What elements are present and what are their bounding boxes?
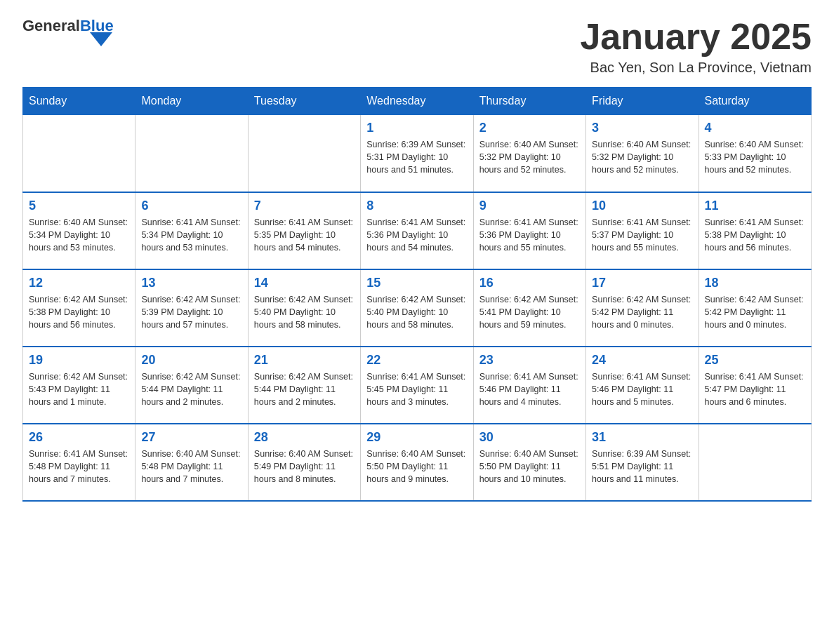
day-number: 26	[29, 430, 129, 445]
calendar-cell: 24Sunrise: 6:41 AM Sunset: 5:46 PM Dayli…	[586, 347, 699, 424]
day-info: Sunrise: 6:41 AM Sunset: 5:45 PM Dayligh…	[366, 370, 467, 408]
calendar-cell	[699, 424, 811, 501]
day-number: 31	[592, 430, 692, 445]
calendar-cell: 5Sunrise: 6:40 AM Sunset: 5:34 PM Daylig…	[23, 192, 135, 269]
calendar-cell: 10Sunrise: 6:41 AM Sunset: 5:37 PM Dayli…	[586, 192, 699, 269]
calendar-cell: 9Sunrise: 6:41 AM Sunset: 5:36 PM Daylig…	[473, 192, 585, 269]
calendar-cell: 18Sunrise: 6:42 AM Sunset: 5:42 PM Dayli…	[699, 269, 811, 347]
day-info: Sunrise: 6:42 AM Sunset: 5:44 PM Dayligh…	[254, 370, 355, 408]
calendar-cell	[135, 115, 248, 192]
logo-arrow-icon	[90, 32, 112, 46]
header-cell-sunday: Sunday	[23, 88, 135, 115]
svg-marker-0	[90, 32, 112, 46]
day-number: 21	[254, 353, 355, 368]
header-cell-monday: Monday	[135, 88, 248, 115]
calendar-cell: 1Sunrise: 6:39 AM Sunset: 5:31 PM Daylig…	[361, 115, 473, 192]
header-cell-wednesday: Wednesday	[361, 88, 473, 115]
calendar-cell: 21Sunrise: 6:42 AM Sunset: 5:44 PM Dayli…	[248, 347, 360, 424]
day-info: Sunrise: 6:42 AM Sunset: 5:44 PM Dayligh…	[141, 370, 241, 408]
day-number: 27	[141, 430, 241, 445]
calendar-cell: 11Sunrise: 6:41 AM Sunset: 5:38 PM Dayli…	[699, 192, 811, 269]
day-info: Sunrise: 6:41 AM Sunset: 5:46 PM Dayligh…	[479, 370, 580, 408]
header-cell-thursday: Thursday	[473, 88, 585, 115]
week-row-3: 12Sunrise: 6:42 AM Sunset: 5:38 PM Dayli…	[23, 269, 812, 347]
day-number: 19	[29, 353, 129, 368]
week-row-1: 1Sunrise: 6:39 AM Sunset: 5:31 PM Daylig…	[23, 115, 812, 192]
day-number: 20	[141, 353, 241, 368]
day-info: Sunrise: 6:41 AM Sunset: 5:37 PM Dayligh…	[592, 216, 692, 254]
day-info: Sunrise: 6:40 AM Sunset: 5:48 PM Dayligh…	[141, 448, 241, 485]
day-number: 7	[254, 199, 355, 213]
day-number: 3	[592, 121, 692, 135]
day-info: Sunrise: 6:40 AM Sunset: 5:50 PM Dayligh…	[366, 448, 467, 485]
day-info: Sunrise: 6:42 AM Sunset: 5:40 PM Dayligh…	[254, 293, 355, 331]
day-number: 25	[705, 353, 805, 368]
day-number: 17	[592, 276, 692, 290]
day-info: Sunrise: 6:39 AM Sunset: 5:31 PM Dayligh…	[366, 138, 467, 176]
header-cell-friday: Friday	[586, 88, 699, 115]
day-number: 14	[254, 276, 355, 290]
header-right: January 2025 Bac Yen, Son La Province, V…	[580, 17, 812, 76]
location-title: Bac Yen, Son La Province, Vietnam	[580, 60, 812, 76]
day-info: Sunrise: 6:40 AM Sunset: 5:33 PM Dayligh…	[705, 138, 805, 176]
day-number: 30	[479, 430, 580, 445]
day-info: Sunrise: 6:41 AM Sunset: 5:47 PM Dayligh…	[705, 370, 805, 408]
calendar-table: SundayMondayTuesdayWednesdayThursdayFrid…	[22, 87, 812, 502]
day-info: Sunrise: 6:41 AM Sunset: 5:38 PM Dayligh…	[705, 216, 805, 254]
day-info: Sunrise: 6:41 AM Sunset: 5:34 PM Dayligh…	[141, 216, 241, 254]
calendar-cell	[23, 115, 135, 192]
day-number: 9	[479, 199, 580, 213]
header-cell-saturday: Saturday	[699, 88, 811, 115]
week-row-2: 5Sunrise: 6:40 AM Sunset: 5:34 PM Daylig…	[23, 192, 812, 269]
day-info: Sunrise: 6:41 AM Sunset: 5:48 PM Dayligh…	[29, 448, 129, 485]
day-info: Sunrise: 6:40 AM Sunset: 5:32 PM Dayligh…	[592, 138, 692, 176]
calendar-cell: 2Sunrise: 6:40 AM Sunset: 5:32 PM Daylig…	[473, 115, 585, 192]
day-number: 22	[366, 353, 467, 368]
logo: GeneralBlue	[22, 17, 114, 46]
calendar-cell: 20Sunrise: 6:42 AM Sunset: 5:44 PM Dayli…	[135, 347, 248, 424]
calendar-cell	[248, 115, 360, 192]
calendar-cell: 31Sunrise: 6:39 AM Sunset: 5:51 PM Dayli…	[586, 424, 699, 501]
day-number: 28	[254, 430, 355, 445]
day-number: 23	[479, 353, 580, 368]
day-info: Sunrise: 6:40 AM Sunset: 5:32 PM Dayligh…	[479, 138, 580, 176]
logo-general: General	[22, 17, 80, 34]
calendar-cell: 8Sunrise: 6:41 AM Sunset: 5:36 PM Daylig…	[361, 192, 473, 269]
day-info: Sunrise: 6:42 AM Sunset: 5:42 PM Dayligh…	[592, 293, 692, 331]
calendar-cell: 15Sunrise: 6:42 AM Sunset: 5:40 PM Dayli…	[361, 269, 473, 347]
calendar-cell: 23Sunrise: 6:41 AM Sunset: 5:46 PM Dayli…	[473, 347, 585, 424]
day-number: 18	[705, 276, 805, 290]
calendar-cell: 14Sunrise: 6:42 AM Sunset: 5:40 PM Dayli…	[248, 269, 360, 347]
day-info: Sunrise: 6:42 AM Sunset: 5:42 PM Dayligh…	[705, 293, 805, 331]
calendar-cell: 30Sunrise: 6:40 AM Sunset: 5:50 PM Dayli…	[473, 424, 585, 501]
day-number: 12	[29, 276, 129, 290]
day-number: 15	[366, 276, 467, 290]
calendar-cell: 17Sunrise: 6:42 AM Sunset: 5:42 PM Dayli…	[586, 269, 699, 347]
week-row-5: 26Sunrise: 6:41 AM Sunset: 5:48 PM Dayli…	[23, 424, 812, 501]
day-info: Sunrise: 6:42 AM Sunset: 5:41 PM Dayligh…	[479, 293, 580, 331]
calendar-cell: 29Sunrise: 6:40 AM Sunset: 5:50 PM Dayli…	[361, 424, 473, 501]
day-number: 4	[705, 121, 805, 135]
page-header: GeneralBlue January 2025 Bac Yen, Son La…	[22, 17, 812, 76]
day-info: Sunrise: 6:41 AM Sunset: 5:35 PM Dayligh…	[254, 216, 355, 254]
week-row-4: 19Sunrise: 6:42 AM Sunset: 5:43 PM Dayli…	[23, 347, 812, 424]
calendar-cell: 25Sunrise: 6:41 AM Sunset: 5:47 PM Dayli…	[699, 347, 811, 424]
day-number: 16	[479, 276, 580, 290]
calendar-cell: 3Sunrise: 6:40 AM Sunset: 5:32 PM Daylig…	[586, 115, 699, 192]
calendar-cell: 22Sunrise: 6:41 AM Sunset: 5:45 PM Dayli…	[361, 347, 473, 424]
day-info: Sunrise: 6:42 AM Sunset: 5:43 PM Dayligh…	[29, 370, 129, 408]
calendar-cell: 7Sunrise: 6:41 AM Sunset: 5:35 PM Daylig…	[248, 192, 360, 269]
header-cell-tuesday: Tuesday	[248, 88, 360, 115]
calendar-cell: 27Sunrise: 6:40 AM Sunset: 5:48 PM Dayli…	[135, 424, 248, 501]
day-info: Sunrise: 6:40 AM Sunset: 5:50 PM Dayligh…	[479, 448, 580, 485]
day-info: Sunrise: 6:41 AM Sunset: 5:36 PM Dayligh…	[479, 216, 580, 254]
day-number: 1	[366, 121, 467, 135]
day-info: Sunrise: 6:41 AM Sunset: 5:36 PM Dayligh…	[366, 216, 467, 254]
day-number: 5	[29, 199, 129, 213]
calendar-cell: 26Sunrise: 6:41 AM Sunset: 5:48 PM Dayli…	[23, 424, 135, 501]
day-number: 6	[141, 199, 241, 213]
day-info: Sunrise: 6:41 AM Sunset: 5:46 PM Dayligh…	[592, 370, 692, 408]
calendar-cell: 6Sunrise: 6:41 AM Sunset: 5:34 PM Daylig…	[135, 192, 248, 269]
day-number: 11	[705, 199, 805, 213]
calendar-cell: 12Sunrise: 6:42 AM Sunset: 5:38 PM Dayli…	[23, 269, 135, 347]
